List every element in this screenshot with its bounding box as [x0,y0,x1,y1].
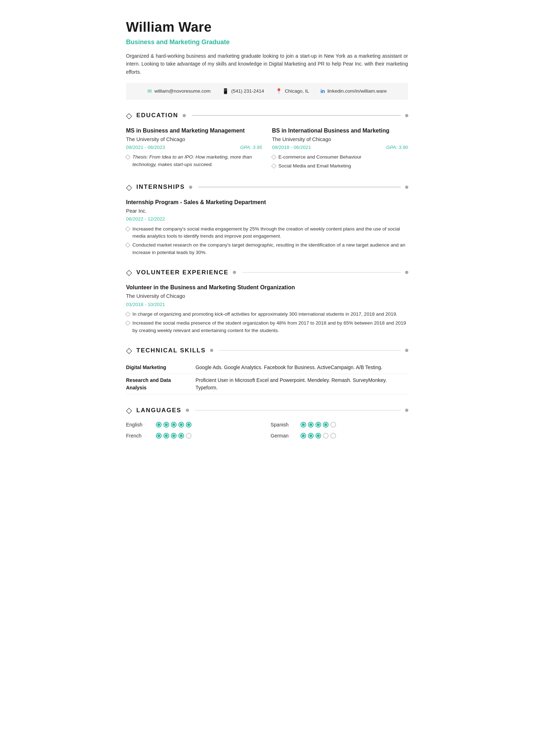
volunteer-bullet-0-1-text: Increased the social media presence of t… [132,320,408,335]
volunteer-bullet-0-1: Increased the social media presence of t… [126,320,408,335]
contact-location: 📍 Chicago, IL [276,87,309,95]
section-line-dot [189,186,192,189]
skills-table: Digital Marketing Google Ads. Google Ana… [126,361,408,394]
candidate-name: William Ware [126,17,408,37]
edu-date-gpa-1: 09/2018 - 06/2021 GPA: 3.90 [272,144,408,151]
section-line-dot-end [405,114,408,117]
skill-category-1: Research and Data Analysis [126,374,195,394]
skills-section-title: TECHNICAL SKILLS [136,346,206,355]
education-item-1: BS in International Business and Marketi… [272,126,408,171]
location-value: Chicago, IL [285,88,309,95]
volunteer-bullets-0: In charge of organizing and promoting ki… [126,311,408,335]
bullet-diamond [125,312,130,317]
linkedin-icon: in [320,88,325,95]
contact-email: ✉ william@novoresume.com [147,87,211,95]
section-line-dot [186,409,189,412]
language-dots-0 [156,422,192,428]
volunteer-org-0: The University of Chicago [126,292,408,300]
email-value: william@novoresume.com [155,88,211,95]
phone-icon: 📱 [222,87,229,95]
skills-diamond-icon: ◇ [126,345,132,356]
edu-degree-1: BS in International Business and Marketi… [272,126,408,135]
language-dot-1-3 [323,422,329,428]
internship-date-0: 06/2022 - 12/2022 [126,216,408,223]
languages-grid: EnglishSpanishFrenchGerman [126,421,408,440]
language-dot-1-0 [300,422,306,428]
language-row-1: Spanish [271,421,408,429]
edu-gpa-1: GPA: 3.90 [386,144,408,151]
edu-bullet-0-0: Thesis: From Idea to an IPO: How marketi… [126,154,262,169]
internship-bullets-0: Increased the company's social media eng… [126,226,408,257]
skill-value-0: Google Ads. Google Analytics. Facebook f… [195,361,408,374]
internship-bullet-0-1-text: Conducted market research on the company… [132,242,408,257]
volunteer-item-0: Volunteer in the Business and Marketing … [126,283,408,335]
internships-section-title: INTERNSHIPS [136,182,185,192]
skills-section-line [219,350,401,351]
internships-section-line [198,187,401,187]
education-diamond-icon: ◇ [126,110,132,121]
edu-school-1: The University of Chicago [272,136,408,144]
skills-section-header: ◇ TECHNICAL SKILLS [126,345,408,356]
education-section-title: EDUCATION [136,111,178,120]
edu-date-0: 09/2021 - 06/2023 [126,144,165,151]
section-line-dot-end [405,409,408,412]
language-dots-3 [300,433,336,439]
skill-category-0: Digital Marketing [126,361,195,374]
section-line-dot [233,271,236,274]
volunteer-section-title: VOLUNTEER EXPERIENCE [136,268,229,277]
bullet-diamond [125,321,130,326]
language-row-3: German [271,432,408,440]
internship-item-0: Internship Program - Sales & Marketing D… [126,198,408,257]
edu-bullet-1-1: Social Media and Email Marketing [272,162,408,170]
education-grid: MS in Business and Marketing Management … [126,126,408,171]
language-dot-0-4 [186,422,192,428]
language-dot-0-3 [178,422,184,428]
candidate-subtitle: Business and Marketing Graduate [126,37,408,47]
language-dot-3-0 [300,433,306,439]
volunteer-bullet-0-0: In charge of organizing and promoting ki… [126,311,408,318]
location-icon: 📍 [276,87,282,95]
section-line-dot-end [405,349,408,352]
language-row-2: French [126,432,263,440]
edu-date-gpa-0: 09/2021 - 06/2023 GPA: 3.95 [126,144,262,151]
internship-title-0: Internship Program - Sales & Marketing D… [126,198,408,207]
language-dot-0-1 [163,422,169,428]
language-dot-2-4 [186,433,192,439]
contact-linkedin: in linkedin.com/in/william.ware [320,88,387,95]
language-dot-1-2 [315,422,321,428]
language-name-2: French [126,432,151,440]
skill-row-0: Digital Marketing Google Ads. Google Ana… [126,361,408,374]
language-dot-3-3 [323,433,329,439]
volunteer-date-0: 03/2018 - 10/2021 [126,301,408,308]
language-name-3: German [271,432,295,440]
edu-gpa-0: GPA: 3.95 [240,144,262,151]
internships-section-header: ◇ INTERNSHIPS [126,181,408,193]
languages-section-title: LANGUAGES [136,406,182,415]
language-dot-1-1 [308,422,314,428]
edu-bullets-0: Thesis: From Idea to an IPO: How marketi… [126,154,262,169]
language-dot-1-4 [330,422,336,428]
email-icon: ✉ [147,87,152,95]
phone-value: (541) 231-2414 [231,88,264,95]
internship-org-0: Pear Inc. [126,207,408,215]
language-dot-3-4 [330,433,336,439]
edu-bullet-1-0: E-commerce and Consumer Behaviour [272,154,408,161]
language-dot-2-1 [163,433,169,439]
bullet-diamond [125,226,130,231]
languages-section-header: ◇ LANGUAGES [126,404,408,416]
section-line-dot [210,349,213,352]
edu-school-0: The University of Chicago [126,136,262,144]
language-dot-2-0 [156,433,162,439]
language-name-0: English [126,421,151,429]
contact-bar: ✉ william@novoresume.com 📱 (541) 231-241… [126,83,408,100]
skill-row-1: Research and Data Analysis Proficient Us… [126,374,408,394]
language-dot-2-2 [171,433,177,439]
internships-diamond-icon: ◇ [126,181,132,193]
language-row-0: English [126,421,263,429]
edu-degree-0: MS in Business and Marketing Management [126,126,262,135]
section-line-dot-end [405,186,408,189]
bullet-diamond [125,155,130,160]
linkedin-value: linkedin.com/in/william.ware [328,88,387,95]
volunteer-section-header: ◇ VOLUNTEER EXPERIENCE [126,266,408,278]
volunteer-section-line [242,272,401,273]
